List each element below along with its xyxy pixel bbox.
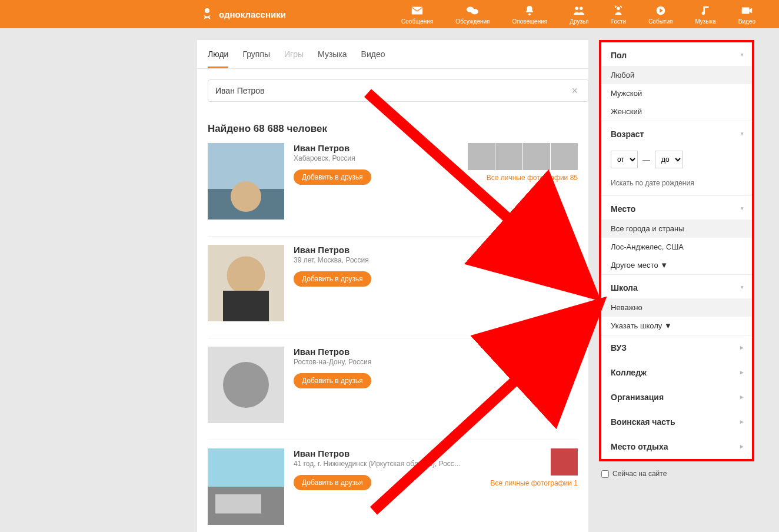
search-by-birthday-link[interactable]: Искать по дате рождения [601, 174, 752, 195]
checkbox[interactable] [601, 470, 609, 478]
nav-guests[interactable]: Гости [611, 4, 626, 25]
filter-place: Место▾ Все города и страны Лос-Анджелес,… [601, 196, 752, 275]
chevron-down-icon: ▾ [741, 205, 744, 211]
nav-friends[interactable]: Друзья [570, 4, 588, 25]
nav-video[interactable]: Видео [738, 4, 755, 25]
chevron-right-icon: ▸ [740, 393, 744, 401]
chevron-right-icon: ▸ [740, 344, 744, 351]
video-icon [740, 4, 753, 17]
nav-notifications[interactable]: Оповещения [512, 4, 547, 25]
filter-college[interactable]: Колледж▸ [601, 360, 752, 385]
filter-option[interactable]: Любой [601, 66, 752, 84]
svg-rect-18 [208, 448, 284, 487]
nav-events[interactable]: События [648, 4, 673, 25]
svg-rect-1 [412, 6, 422, 14]
age-from-select[interactable]: от [611, 151, 638, 168]
result-row: Иван Петров Хабаровск, Россия Добавить в… [208, 143, 578, 237]
result-row: Иван Петров 41 год, г. Нижнеудинск (Ирку… [208, 448, 578, 532]
svg-point-7 [617, 6, 621, 9]
filter-title: Пол [611, 51, 627, 60]
online-now-checkbox[interactable]: Сейчас на сайте [601, 467, 754, 480]
chevron-right-icon: ▸ [740, 418, 744, 425]
search-input[interactable] [208, 79, 589, 102]
add-friend-button[interactable]: Добавить в друзья [294, 169, 371, 185]
filter-option[interactable]: Лос-Анджелес, США [601, 238, 752, 256]
chat-icon [466, 4, 479, 17]
svg-rect-9 [742, 7, 750, 14]
svg-point-12 [231, 181, 261, 212]
filter-title: Место [611, 204, 635, 214]
result-row: Иван Петров 39 лет, Москва, Россия Добав… [208, 245, 578, 338]
bell-icon [523, 4, 536, 17]
friends-icon [572, 4, 585, 17]
results-count: Найдено 68 688 человек [208, 123, 578, 135]
filter-title: Возраст [611, 129, 644, 139]
filter-option[interactable]: Другое место ▼ [601, 256, 752, 274]
svg-point-14 [227, 257, 265, 295]
result-name[interactable]: Иван Петров [294, 347, 578, 357]
filter-org[interactable]: Организация▸ [601, 385, 752, 410]
filter-option[interactable]: Все города и страны [601, 220, 752, 238]
thumb[interactable] [468, 143, 495, 170]
result-thumbs: Все личные фотографии 1 [490, 448, 578, 487]
chevron-down-icon: ▾ [741, 52, 744, 58]
result-subtitle: 39 лет, Москва, Россия [294, 256, 578, 264]
tab-music[interactable]: Музыка [318, 40, 347, 68]
nav-discussions[interactable]: Обсуждения [455, 4, 490, 25]
all-photos-link[interactable]: Все личные фотографии 85 [468, 174, 578, 182]
avatar[interactable] [208, 448, 284, 525]
thumb[interactable] [551, 448, 578, 476]
filter-card: Пол▾ Любой Мужской Женский Возраст▾ от —… [599, 40, 754, 461]
content: Люди Группы Игры Музыка Видео × Найдено … [197, 28, 762, 532]
add-friend-button[interactable]: Добавить в друзья [294, 373, 371, 388]
svg-point-0 [205, 8, 209, 13]
events-icon [654, 4, 667, 17]
filter-military[interactable]: Воинская часть▸ [601, 410, 752, 434]
add-friend-button[interactable]: Добавить в друзья [294, 271, 371, 287]
avatar[interactable] [208, 245, 284, 321]
filter-school: Школа▾ Неважно Указать школу ▼ [601, 275, 752, 335]
search-box: × [197, 69, 588, 112]
nav-music[interactable]: Музыка [695, 4, 715, 25]
top-nav: Сообщения Обсуждения Оповещения Друзья Г… [401, 4, 767, 25]
logo[interactable]: одноклассники [200, 6, 286, 22]
age-to-select[interactable]: до [655, 151, 683, 168]
result-row: Иван Петров Ростов-на-Дону, Россия Добав… [208, 347, 578, 440]
filter-option[interactable]: Мужской [601, 84, 752, 102]
tab-video[interactable]: Видео [361, 40, 385, 68]
nav-messages[interactable]: Сообщения [401, 4, 433, 25]
result-name[interactable]: Иван Петров [294, 245, 578, 255]
chevron-right-icon: ▸ [740, 368, 744, 376]
chevron-down-icon: ▾ [741, 284, 744, 290]
results: Найдено 68 688 человек Иван Петров Хабар… [197, 112, 588, 532]
filter-title: Школа [611, 283, 638, 292]
filter-vuz[interactable]: ВУЗ▸ [601, 335, 752, 360]
tab-groups[interactable]: Группы [242, 40, 270, 68]
avatar[interactable] [208, 347, 284, 423]
thumb[interactable] [551, 143, 578, 170]
result-subtitle: Ростов-на-Дону, Россия [294, 358, 578, 366]
filter-age: Возраст▾ от — до Искать по дате рождения [601, 121, 752, 196]
clear-icon[interactable]: × [571, 85, 578, 97]
thumb[interactable] [523, 143, 550, 170]
envelope-icon [411, 4, 424, 17]
thumb[interactable] [495, 143, 522, 170]
filter-vacation[interactable]: Место отдыха▸ [601, 434, 752, 459]
topbar: одноклассники Сообщения Обсуждения Опове… [0, 0, 779, 28]
avatar[interactable] [208, 143, 284, 220]
all-photos-link[interactable]: Все личные фотографии 1 [490, 479, 578, 487]
tab-people[interactable]: Люди [208, 40, 228, 68]
filter-option[interactable]: Неважно [601, 298, 752, 317]
add-friend-button[interactable]: Добавить в друзья [294, 475, 371, 490]
filter-option[interactable]: Женский [601, 102, 752, 121]
chevron-right-icon: ▸ [740, 443, 744, 450]
svg-point-6 [580, 6, 583, 9]
filter-gender: Пол▾ Любой Мужской Женский [601, 42, 752, 121]
svg-point-3 [471, 9, 479, 14]
guests-icon [612, 4, 625, 17]
search-tabs: Люди Группы Игры Музыка Видео [197, 40, 588, 69]
below-filter: Сейчас на сайте [599, 461, 754, 480]
svg-rect-20 [215, 494, 261, 514]
tab-games[interactable]: Игры [284, 40, 304, 68]
filter-option[interactable]: Указать школу ▼ [601, 317, 752, 335]
